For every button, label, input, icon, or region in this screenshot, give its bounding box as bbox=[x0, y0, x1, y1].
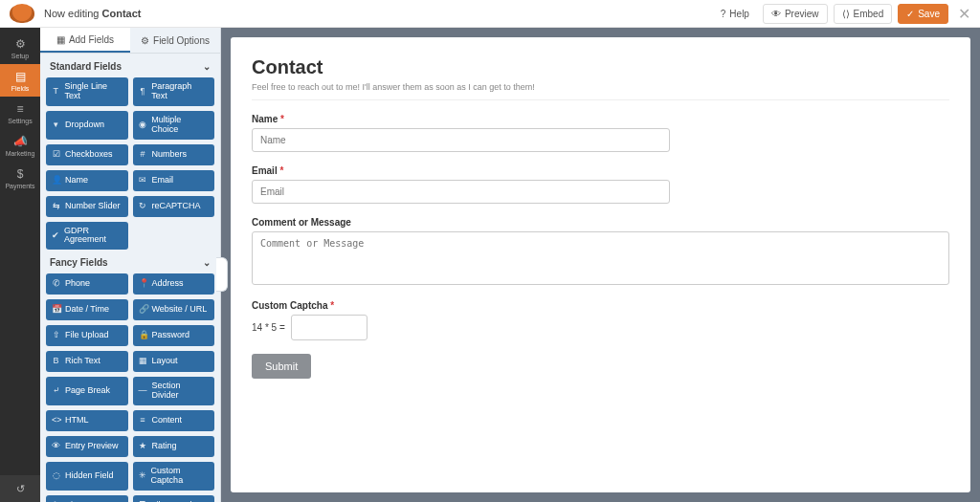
field-btn-section-divider[interactable]: —Section Divider bbox=[133, 377, 215, 405]
captcha-question: 14 * 5 = bbox=[252, 322, 285, 333]
field-btn-gdpr-agreement[interactable]: ✔GDPR Agreement bbox=[46, 222, 128, 251]
checkbox-icon: ☑ bbox=[52, 150, 60, 160]
url-icon: 🔗 bbox=[139, 305, 147, 315]
marketing-icon: 📣 bbox=[13, 135, 28, 148]
field-btn-recaptcha[interactable]: ↻reCAPTCHA bbox=[133, 196, 215, 217]
field-btn-signature[interactable]: ✎Signature bbox=[46, 495, 128, 502]
field-btn-number-slider[interactable]: ⇆Number Slider bbox=[46, 196, 128, 217]
grid-icon: ▦ bbox=[56, 34, 65, 45]
field-email[interactable]: Email * bbox=[252, 165, 949, 204]
customcaptcha-icon: ✳ bbox=[139, 471, 146, 481]
fields-list[interactable]: Standard Fields⌄TSingle Line Text¶Paragr… bbox=[40, 54, 220, 502]
editing-prefix: Now editing bbox=[44, 8, 102, 19]
preview-label: Preview bbox=[785, 9, 819, 19]
field-btn-label: Rich Text bbox=[65, 357, 100, 366]
required-mark: * bbox=[280, 114, 284, 124]
gdpr-icon: ✔ bbox=[52, 231, 59, 241]
nav-settings[interactable]: ≡Settings bbox=[0, 97, 40, 129]
group-heading[interactable]: Fancy Fields⌄ bbox=[46, 250, 214, 273]
field-btn-multiple-choice[interactable]: ◉Multiple Choice bbox=[133, 111, 215, 140]
field-btn-rich-text[interactable]: BRich Text bbox=[46, 351, 128, 372]
field-btn-website-url[interactable]: 🔗Website / URL bbox=[133, 299, 215, 320]
nav-history[interactable]: ↺ bbox=[0, 475, 40, 502]
setup-icon: ⚙ bbox=[15, 37, 26, 51]
field-btn-label: Custom Captcha bbox=[151, 467, 209, 486]
email-input[interactable] bbox=[252, 180, 670, 204]
tab-field-options[interactable]: ⚙ Field Options bbox=[130, 28, 220, 53]
form-preview[interactable]: Contact Feel free to reach out to me! I'… bbox=[231, 37, 970, 492]
upload-icon: ⇧ bbox=[52, 331, 60, 340]
field-btn-dropdown[interactable]: ▾Dropdown bbox=[46, 111, 128, 140]
field-comment[interactable]: Comment or Message bbox=[252, 217, 949, 287]
field-btn-entry-preview[interactable]: 👁Entry Preview bbox=[46, 436, 128, 457]
nav-label: Marketing bbox=[6, 150, 35, 157]
tab-add-fields-label: Add Fields bbox=[69, 34, 114, 45]
tab-field-options-label: Field Options bbox=[153, 35, 210, 46]
text-icon: T bbox=[52, 87, 60, 97]
field-btn-likert-scale[interactable]: ≣Likert Scale bbox=[133, 495, 215, 502]
builder-canvas: Contact Feel free to reach out to me! I'… bbox=[221, 28, 980, 502]
field-btn-content[interactable]: ≡Content bbox=[133, 410, 215, 431]
field-btn-checkboxes[interactable]: ☑Checkboxes bbox=[46, 144, 128, 165]
field-btn-address[interactable]: 📍Address bbox=[133, 273, 215, 295]
field-btn-rating[interactable]: ★Rating bbox=[133, 436, 215, 457]
captcha-input[interactable] bbox=[291, 315, 368, 340]
dropdown-icon: ▾ bbox=[52, 120, 60, 130]
nav-fields[interactable]: ▤Fields bbox=[0, 64, 40, 97]
preview-icon: 👁 bbox=[52, 442, 60, 451]
field-btn-paragraph-text[interactable]: ¶Paragraph Text bbox=[133, 77, 215, 106]
name-input[interactable] bbox=[252, 128, 670, 152]
field-btn-numbers[interactable]: #Numbers bbox=[133, 144, 215, 165]
embed-button[interactable]: ⟨⟩ Embed bbox=[834, 4, 893, 24]
field-btn-label: Numbers bbox=[152, 150, 188, 160]
field-btn-name[interactable]: 👤Name bbox=[46, 170, 128, 191]
field-btn-hidden-field[interactable]: ◌Hidden Field bbox=[46, 462, 128, 491]
settings-icon: ≡ bbox=[16, 102, 23, 116]
help-icon: ? bbox=[721, 9, 726, 19]
preview-button[interactable]: 👁 Preview bbox=[763, 4, 828, 24]
nav-payments[interactable]: $Payments bbox=[0, 162, 40, 194]
close-button[interactable]: ✕ bbox=[958, 5, 970, 23]
multiple-choice-icon: ◉ bbox=[139, 120, 147, 130]
field-btn-label: Phone bbox=[65, 279, 90, 289]
name-icon: 👤 bbox=[52, 176, 60, 186]
embed-label: Embed bbox=[854, 9, 884, 19]
help-button[interactable]: ? Help bbox=[713, 5, 757, 23]
address-icon: 📍 bbox=[139, 279, 147, 289]
field-btn-label: Website / URL bbox=[152, 305, 208, 315]
nav-setup[interactable]: ⚙Setup bbox=[0, 32, 40, 64]
field-btn-layout[interactable]: ▦Layout bbox=[133, 351, 215, 372]
divider bbox=[252, 99, 949, 100]
editing-label: Now editing Contact bbox=[44, 8, 142, 19]
field-btn-phone[interactable]: ✆Phone bbox=[46, 273, 128, 295]
field-btn-label: Checkboxes bbox=[65, 150, 113, 160]
sliders-icon: ⚙ bbox=[141, 35, 149, 46]
tab-add-fields[interactable]: ▦ Add Fields bbox=[40, 28, 130, 53]
field-btn-html[interactable]: <>HTML bbox=[46, 410, 128, 431]
field-name[interactable]: Name * bbox=[252, 114, 949, 152]
save-button[interactable]: ✓ Save bbox=[898, 4, 948, 24]
submit-button[interactable]: Submit bbox=[252, 354, 311, 379]
editing-form-name: Contact bbox=[102, 8, 142, 19]
field-btn-label: Email bbox=[152, 176, 174, 186]
email-icon: ✉ bbox=[139, 176, 147, 186]
field-btn-file-upload[interactable]: ⇧File Upload bbox=[46, 325, 128, 346]
nav-marketing[interactable]: 📣Marketing bbox=[0, 129, 40, 162]
field-btn-date-time[interactable]: 📅Date / Time bbox=[46, 299, 128, 320]
comment-label: Comment or Message bbox=[252, 217, 949, 228]
group-heading[interactable]: Standard Fields⌄ bbox=[46, 54, 214, 77]
collapse-handle[interactable] bbox=[216, 257, 228, 292]
field-btn-custom-captcha[interactable]: ✳Custom Captcha bbox=[133, 462, 215, 491]
nav-label: Setup bbox=[11, 53, 29, 59]
field-btn-email[interactable]: ✉Email bbox=[133, 170, 215, 191]
nav-label: Settings bbox=[8, 118, 32, 124]
field-btn-password[interactable]: 🔒Password bbox=[133, 325, 215, 346]
field-captcha[interactable]: Custom Captcha * 14 * 5 = bbox=[252, 300, 949, 340]
field-btn-label: Layout bbox=[152, 357, 178, 366]
field-btn-label: Paragraph Text bbox=[151, 82, 209, 101]
field-btn-page-break[interactable]: ⤶Page Break bbox=[46, 377, 128, 405]
field-btn-label: Name bbox=[65, 176, 88, 186]
field-btn-single-line-text[interactable]: TSingle Line Text bbox=[46, 77, 128, 106]
email-label: Email * bbox=[252, 165, 949, 176]
comment-textarea[interactable] bbox=[252, 231, 949, 285]
